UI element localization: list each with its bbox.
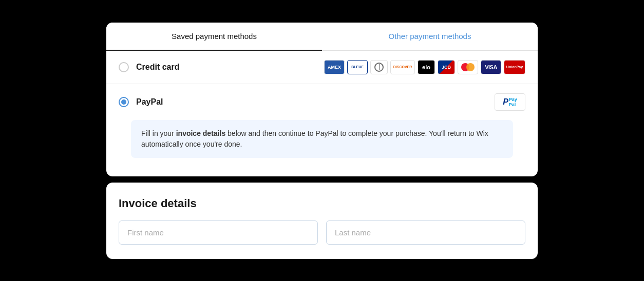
paypal-logo: P Pay Pal	[495, 93, 525, 111]
visa-logo: VISA	[481, 60, 501, 74]
invoice-details-card: Invoice details	[106, 183, 538, 259]
paypal-radio[interactable]	[119, 97, 129, 107]
tab-saved-payment[interactable]: Saved payment methods	[106, 23, 322, 51]
credit-card-option[interactable]: Credit card AMEX BLEUE DISCOVER elo JCB	[106, 51, 538, 84]
paypal-info-text-pre: Fill in your	[141, 129, 176, 137]
credit-card-label: Credit card	[136, 63, 317, 72]
discover-logo: DISCOVER	[390, 60, 415, 74]
paypal-info-box: Fill in your invoice details below and t…	[131, 120, 513, 158]
mastercard-logo	[458, 60, 478, 74]
diners-logo	[370, 60, 388, 74]
last-name-input[interactable]	[326, 220, 525, 245]
paypal-info-bold: invoice details	[176, 129, 225, 137]
paypal-label: PayPal	[136, 97, 495, 107]
bleue-logo: BLEUE	[347, 60, 368, 74]
paypal-option-row[interactable]: PayPal P Pay Pal	[119, 93, 525, 111]
invoice-title: Invoice details	[119, 197, 525, 210]
payment-methods-card: Saved payment methods Other payment meth…	[106, 23, 538, 176]
paypal-option: PayPal P Pay Pal Fill in your invoice de…	[106, 84, 538, 176]
card-logos: AMEX BLEUE DISCOVER elo JCB VISA	[324, 60, 525, 74]
paypal-radio-inner	[121, 99, 126, 105]
amex-logo: AMEX	[324, 60, 345, 74]
credit-card-radio[interactable]	[119, 62, 129, 72]
payment-tabs: Saved payment methods Other payment meth…	[106, 23, 538, 51]
unionpay-logo: UnionPay	[504, 60, 525, 74]
tab-other-payment[interactable]: Other payment methods	[322, 23, 538, 50]
first-name-input[interactable]	[119, 220, 318, 245]
invoice-form-row	[119, 220, 525, 245]
jcb-logo: JCB	[438, 60, 455, 74]
elo-logo: elo	[418, 60, 435, 74]
